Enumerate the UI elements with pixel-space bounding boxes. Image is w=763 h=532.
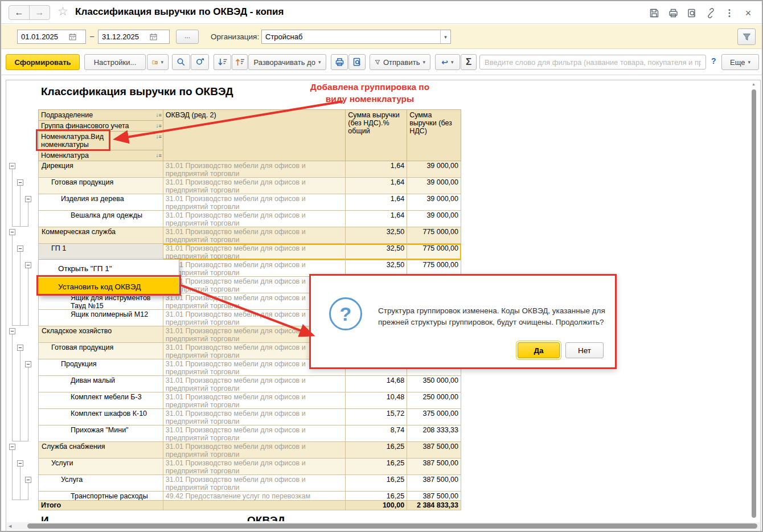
table-row[interactable]: Коммерческая служба31.01 Производство ме… [39,227,461,244]
calendar-icon[interactable] [147,33,159,40]
forward-button[interactable]: → [29,5,50,20]
filter-funnel-button[interactable] [737,28,756,45]
sort-icon[interactable]: ↓≡ [155,133,161,141]
cell-c1: Услуги [39,459,163,474]
preview-button[interactable] [348,54,366,70]
header-okved[interactable]: ОКВЭД (ред. 2) [163,110,346,161]
collapse-groups-button[interactable] [232,54,248,70]
chevron-down-icon: ▾ [451,59,454,65]
date-to-input[interactable] [99,32,147,41]
tree-collapse-button[interactable] [17,345,23,351]
print-preview-icon[interactable] [685,6,699,20]
tree-collapse-button[interactable] [9,229,15,235]
context-menu-item-open[interactable]: Открыть "ГП 1" [39,260,179,277]
tree-collapse-button[interactable] [25,196,31,202]
save-icon[interactable] [647,6,661,20]
tree-collapse-button[interactable] [9,328,15,334]
date-from-input[interactable] [18,32,67,41]
table-row[interactable]: Услуги31.01 Производство мебели для офис… [39,459,461,475]
cell-c3: 1,64 [346,161,407,177]
cell-c4: 775 000,00 [407,244,461,260]
yes-button[interactable]: Да [518,342,560,358]
search-icon [177,58,186,67]
vertical-scroll-thumb[interactable] [752,89,756,518]
sort-icon[interactable]: ↓≡ [155,122,161,130]
search-button[interactable] [172,54,190,70]
settings-button[interactable]: Настройки... [84,54,146,70]
report-toolbar: Сформировать Настройки... ▾ Разворачиват… [1,49,762,75]
scroll-up-icon[interactable]: ▲ [752,82,756,86]
header-fin-group[interactable]: Группа финансового учета ↓≡ [39,121,163,132]
table-total-row[interactable]: Итого100,002 384 833,33 [39,501,461,510]
cell-c1: Ящик полимерный М12 [39,310,163,326]
get-link-icon[interactable] [704,6,717,20]
period-more-button[interactable]: ... [176,30,199,44]
sum-button[interactable]: Σ [461,54,477,70]
tree-collapse-button[interactable] [17,460,23,466]
sort-icon[interactable]: ↓≡ [155,111,161,119]
more-actions-button[interactable]: Еще ▾ [721,54,759,70]
table-header: Подразделение ↓≡ Группа финансового учет… [38,109,461,161]
table-row[interactable]: Готовая продукция31.01 Производство мебе… [39,178,461,194]
tree-collapse-button[interactable] [9,444,15,450]
print-icon[interactable] [666,6,680,20]
tree-collapse-button[interactable] [25,361,31,367]
more-menu-icon[interactable] [723,6,736,20]
cell-c4: 387 500,00 [407,492,461,500]
standard-settings-button[interactable]: ↩ ▾ [435,54,460,70]
table-row[interactable]: Комплект шкафов К-1031.01 Производство м… [39,409,461,425]
date-range-dash: – [90,32,94,40]
back-button[interactable]: ← [9,5,30,20]
organization-combo[interactable]: Стройснаб ▾ [261,30,451,44]
tree-collapse-button[interactable] [25,477,31,483]
cell-c3: 8,74 [346,425,407,441]
table-row[interactable]: Диван малый31.01 Производство мебели для… [39,376,461,392]
cell-c1: Прихожая "Мини" [39,425,163,441]
close-icon[interactable]: × [741,6,755,20]
table-row[interactable]: Транспортные расходы49.42 Предоставление… [39,492,461,501]
table-row[interactable]: Изделия из дерева31.01 Производство мебе… [39,194,461,211]
tree-collapse-button[interactable] [17,245,23,252]
print-button[interactable] [331,54,348,70]
cell-c4: 208 333,33 [407,425,461,441]
calendar-icon[interactable] [67,33,78,40]
context-menu-item-set-okved[interactable]: Установить код ОКВЭД [39,277,179,296]
header-sum[interactable]: Сумма выручки (без НДС) [407,110,461,161]
table-row[interactable]: ГП 131.01 Производство мебели для офисов… [39,244,461,260]
tree-collapse-button[interactable] [25,262,31,268]
header-nomenclature-kind[interactable]: Номенклатура.Вид номенклатуры ↓≡ [39,132,163,150]
date-to-field[interactable] [98,30,170,44]
tree-collapse-button[interactable] [9,163,15,169]
cancel-search-button[interactable] [191,54,209,70]
cell-c2: 31.01 Производство мебели для офисов и п… [163,376,346,392]
table-row[interactable]: Комплект мебели Б-331.01 Производство ме… [39,392,461,409]
no-button[interactable]: Нет [565,342,604,358]
expand-groups-button[interactable] [214,54,231,70]
vertical-scrollbar[interactable]: ▲ [751,82,757,519]
quick-filter-input[interactable] [479,55,706,69]
scroll-left-icon[interactable]: ◀ [9,524,11,529]
sort-icon[interactable]: ↓≡ [155,152,161,159]
send-button[interactable]: Отправить ▾ [370,54,430,70]
header-department[interactable]: Подразделение ↓≡ [39,110,163,121]
chevron-down-icon[interactable]: ▾ [440,30,450,43]
report-variants-button[interactable]: ▾ [147,54,169,70]
expand-to-button[interactable]: Разворачивать до ▾ [248,54,326,70]
cell-c1: Комплект шкафов К-10 [39,409,163,425]
cell-c2: 49.42 Предоставление услуг по перевозкам [163,492,346,500]
date-from-field[interactable] [17,30,86,44]
favorite-star-icon[interactable]: ☆ [58,5,68,18]
cell-c3: 1,64 [346,194,407,210]
tree-collapse-button[interactable] [17,179,23,186]
help-button[interactable]: ? [711,56,716,66]
table-row[interactable]: Вешалка для одежды31.01 Производство меб… [39,211,461,227]
table-row[interactable]: Служба снабжения31.01 Производство мебел… [39,442,461,459]
table-row[interactable]: Услуга31.01 Производство мебели для офис… [39,475,461,492]
horizontal-scroll-thumb[interactable] [27,523,757,529]
table-row[interactable]: Дирекция31.01 Производство мебели для оф… [39,161,461,178]
horizontal-scrollbar[interactable]: ◀ [7,522,760,530]
header-percent[interactable]: Сумма выручки (без НДС).% общий [346,110,407,161]
generate-button[interactable]: Сформировать [6,54,80,70]
table-row[interactable]: Прихожая "Мини"31.01 Производство мебели… [39,425,461,442]
header-nomenclature[interactable]: Номенклатура ↓≡ [39,150,163,161]
